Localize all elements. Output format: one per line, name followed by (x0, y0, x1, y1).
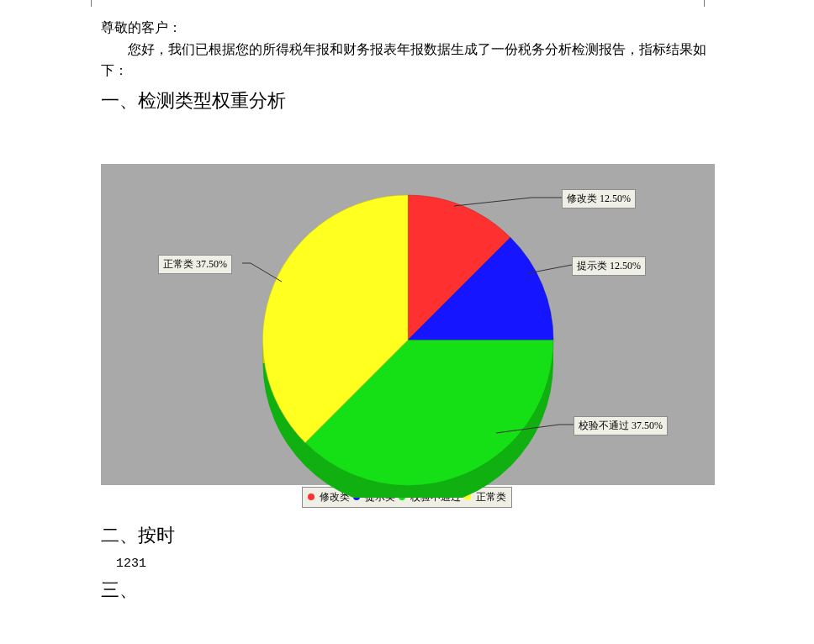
slice-label-hint: 提示类 12.50% (572, 256, 646, 276)
section-3-heading: 三、 (101, 578, 713, 603)
chart-container: 修改类 12.50% 提示类 12.50% 校验不通过 37.50% 正常类 3… (101, 164, 713, 508)
slice-label-modify: 修改类 12.50% (562, 189, 636, 209)
crop-mark-top-right (694, 0, 705, 7)
slice-label-fail: 校验不通过 37.50% (574, 416, 668, 435)
intro-paragraph: 您好，我们已根据您的所得税年报和财务报表年报数据生成了一份税务分析检测报告，指标… (101, 39, 713, 82)
document-page: 尊敬的客户： 您好，我们已根据您的所得税年报和财务报表年报数据生成了一份税务分析… (0, 0, 814, 603)
leader-lines (101, 164, 715, 485)
greeting-line: 尊敬的客户： (101, 17, 713, 39)
chart-panel: 修改类 12.50% 提示类 12.50% 校验不通过 37.50% 正常类 3… (101, 164, 715, 485)
section-2-body: 1231 (116, 557, 713, 571)
slice-label-normal: 正常类 37.50% (158, 255, 232, 274)
section-2-heading: 二、按时 (101, 523, 713, 548)
crop-mark-top-left (91, 0, 102, 7)
section-1-heading: 一、检测类型权重分析 (101, 88, 713, 113)
